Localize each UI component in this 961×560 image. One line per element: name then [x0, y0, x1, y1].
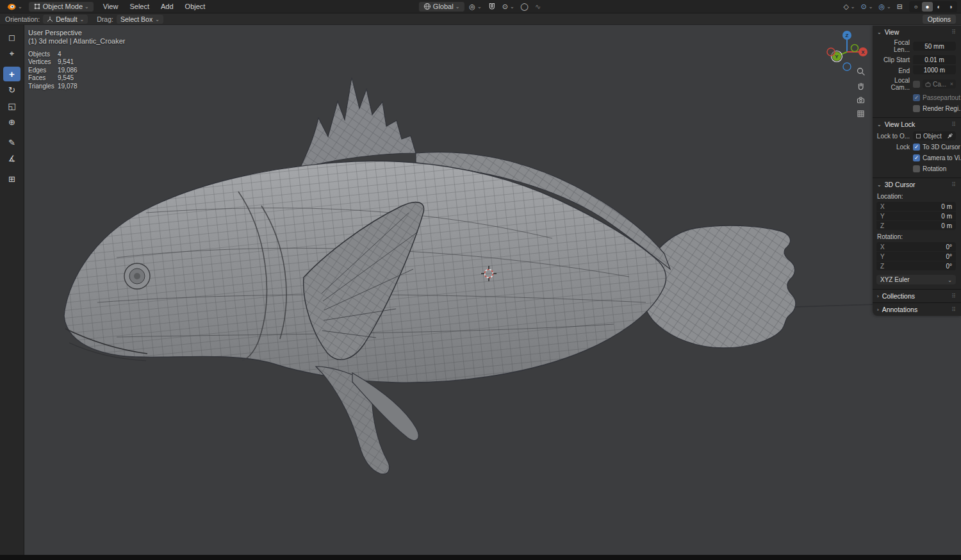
snap-toggle[interactable]	[486, 1, 498, 12]
cursor-rotation-y[interactable]: Y0°	[876, 252, 956, 261]
tool-settings-bar: Orientation: Default ⌄ Drag: Select Box …	[0, 13, 961, 25]
mode-label: Object Mode	[43, 3, 83, 10]
clip-end-field[interactable]: 1000 m	[913, 65, 956, 74]
cursor-icon: ⌖	[10, 49, 14, 59]
lock-rotation-checkbox[interactable]: ✓	[913, 165, 920, 172]
render-region-label: Render Regi...	[923, 105, 961, 112]
tool-rotate[interactable]: ↻	[3, 83, 21, 97]
camera-icon	[856, 95, 866, 104]
render-region-checkbox[interactable]: ✓	[913, 105, 920, 112]
chevron-down-icon: ⌄	[877, 29, 882, 35]
drag-grip-icon[interactable]: ⠿	[951, 181, 957, 188]
drag-grip-icon[interactable]: ⠿	[951, 306, 957, 313]
drag-dropdown[interactable]: Select Box ⌄	[117, 15, 163, 24]
orientation-dropdown[interactable]: Default ⌄	[43, 15, 88, 24]
show-gizmos-toggle[interactable]: ⊙ ⌄	[859, 1, 875, 12]
chevron-down-icon: ⌄	[155, 17, 160, 22]
chevron-down-icon: ⌄	[80, 17, 85, 22]
panel-annotations: › Annotations ⠿	[873, 303, 961, 316]
focal-length-field[interactable]: 50 mm	[913, 42, 956, 51]
viewport-3d[interactable]: ◻ ⌖ + ↻ ◱ ⊕ ✎ ∡ ⊞ User Perspective (1) 3…	[0, 25, 961, 555]
gizmo-x-axis: X	[861, 49, 865, 55]
tool-select-box[interactable]: ◻	[3, 30, 21, 45]
lock-to-object-label: Lock to O...	[876, 133, 910, 140]
passepartout-checkbox[interactable]: ✓	[913, 94, 920, 101]
zoom-button[interactable]	[853, 66, 867, 76]
chevron-down-icon: ⌄	[948, 278, 952, 283]
eyedropper-icon[interactable]	[947, 133, 953, 139]
orientation-label: Orientation:	[5, 15, 40, 23]
viewport-nav-tools	[853, 66, 867, 119]
tool-add-cube[interactable]: ⊞	[3, 172, 21, 186]
cursor-rotation-fields: X0° Y0° Z0°	[876, 242, 956, 270]
panel-annotations-header[interactable]: › Annotations ⠿	[873, 303, 961, 316]
camera-to-view-checkbox[interactable]: ✓	[913, 154, 920, 161]
clip-start-label: Clip Start	[876, 56, 910, 63]
blender-window: ⌄ Object Mode ⌄ View Select Add Object	[0, 0, 961, 560]
tool-annotate[interactable]: ✎	[3, 135, 21, 150]
transform-orientation-dropdown[interactable]: Global ⌄	[418, 1, 465, 12]
lock-3d-cursor-label: To 3D Cursor	[923, 144, 960, 151]
viewport-display-controls: ◇ ⌄ ⊙ ⌄ ◎ ⌄ ⊟ ○ ● ◐ ◑	[841, 1, 957, 12]
pivot-point-dropdown[interactable]: ◎ ⌄	[467, 1, 483, 12]
tool-move[interactable]: +	[3, 67, 21, 81]
mode-dropdown[interactable]: Object Mode ⌄	[28, 1, 94, 12]
cursor-rotation-z[interactable]: Z0°	[876, 261, 956, 270]
local-camera-field[interactable]: Ca... ×	[923, 79, 956, 88]
cursor-rotation-x[interactable]: X0°	[876, 242, 956, 251]
drag-grip-icon[interactable]: ⠿	[951, 293, 957, 299]
blender-logo-icon	[6, 3, 16, 11]
cursor-location-y[interactable]: Y0 m	[876, 211, 956, 220]
menu-add[interactable]: Add	[160, 3, 175, 10]
proportional-falloff-dropdown[interactable]: ∿	[533, 1, 543, 12]
local-camera-checkbox[interactable]: ✓	[913, 81, 920, 88]
chevron-down-icon: ⌄	[456, 4, 460, 10]
panel-view-lock-header[interactable]: ⌄ View Lock ⠿	[873, 118, 961, 131]
xray-toggle[interactable]: ⊟	[895, 1, 905, 12]
panel-view-header[interactable]: ⌄ View ⠿	[873, 26, 961, 38]
panel-3d-cursor-header[interactable]: ⌄ 3D Cursor ⠿	[873, 178, 961, 191]
shading-material-button[interactable]: ◐	[933, 2, 944, 12]
tool-transform[interactable]: ⊕	[3, 115, 21, 129]
pivot-icon: ◎	[469, 3, 475, 11]
options-button[interactable]: Options	[923, 15, 956, 24]
drag-grip-icon[interactable]: ⠿	[951, 29, 957, 35]
drag-grip-icon[interactable]: ⠿	[951, 121, 957, 128]
editor-type-dropdown[interactable]: ⌄	[4, 1, 25, 12]
measure-icon: ∡	[8, 154, 16, 163]
cursor-location-x[interactable]: X0 m	[876, 202, 956, 211]
show-overlays-toggle[interactable]: ◎ ⌄	[876, 1, 892, 12]
zoom-icon	[856, 67, 866, 76]
object-type-visibility-dropdown[interactable]: ◇ ⌄	[841, 1, 857, 12]
drag-label: Drag:	[97, 15, 113, 23]
chevron-down-icon: ⌄	[877, 122, 882, 128]
toolbar: ◻ ⌖ + ↻ ◱ ⊕ ✎ ∡ ⊞	[0, 25, 24, 555]
rotate-icon: ↻	[8, 85, 15, 95]
lock-3d-cursor-checkbox[interactable]: ✓	[913, 144, 920, 151]
menu-object[interactable]: Object	[184, 3, 207, 10]
tool-scale[interactable]: ◱	[3, 99, 21, 113]
lock-to-object-field[interactable]: Object	[913, 131, 956, 140]
xray-icon: ⊟	[897, 3, 903, 11]
cursor-location-z[interactable]: Z0 m	[876, 221, 956, 230]
shading-solid-button[interactable]: ●	[922, 2, 933, 12]
tool-measure[interactable]: ∡	[3, 151, 21, 166]
panel-3d-cursor: ⌄ 3D Cursor ⠿ Location: X0 m Y0 m	[873, 178, 961, 290]
shading-rendered-button[interactable]: ◑	[945, 2, 956, 12]
clear-icon[interactable]: ×	[950, 81, 953, 87]
chevron-down-icon: ⌄	[877, 182, 882, 188]
chevron-down-icon: ⌄	[869, 4, 873, 10]
snap-settings-dropdown[interactable]: ⊙ ⌄	[500, 1, 516, 12]
menu-view[interactable]: View	[102, 3, 120, 10]
pan-button[interactable]	[853, 80, 867, 90]
menu-select[interactable]: Select	[128, 3, 151, 10]
rotation-mode-dropdown[interactable]: XYZ Euler ⌄	[876, 275, 956, 284]
proportional-editing-toggle[interactable]: ◯	[519, 1, 530, 12]
tool-cursor[interactable]: ⌖	[3, 46, 21, 61]
toggle-ortho-button[interactable]	[853, 108, 867, 119]
camera-view-button[interactable]	[853, 94, 867, 104]
view-perspective-label: User Perspective	[28, 29, 125, 37]
clip-start-field[interactable]: 0.01 m	[913, 55, 956, 64]
panel-collections-header[interactable]: › Collections ⠿	[873, 290, 961, 302]
shading-wireframe-button[interactable]: ○	[910, 2, 921, 12]
